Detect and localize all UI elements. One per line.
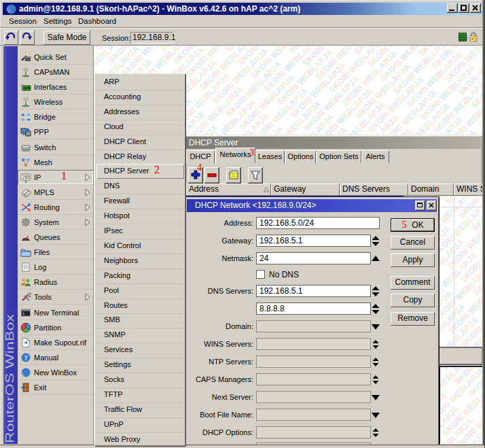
svg-text:255: 255 [22,175,30,179]
svg-text:?: ? [24,354,28,362]
svg-text:RouterOS WinBox: RouterOS WinBox [3,313,16,443]
